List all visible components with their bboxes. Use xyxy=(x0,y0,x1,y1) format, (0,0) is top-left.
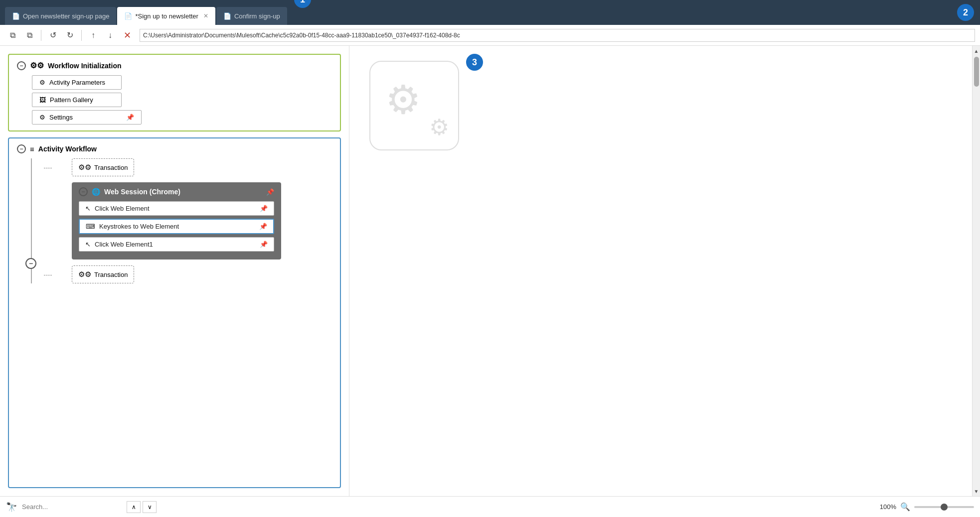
session-collapse-btn[interactable]: − xyxy=(79,187,88,196)
gear-icon-large: ⚙ xyxy=(385,77,421,123)
scroll-down-arrow[interactable]: ▼ xyxy=(973,486,980,496)
activity-workflow-title: Activity Workflow xyxy=(38,145,97,153)
tab-sign-up[interactable]: 📄 *Sign up to newsletter ✕ xyxy=(117,7,215,25)
tab-label-3: Confirm sign-up xyxy=(234,12,280,20)
zoom-search-icon: 🔍 xyxy=(900,502,910,512)
transaction-label-1: Transaction xyxy=(94,164,128,171)
activity-workflow-box: − ≡ Activity Workflow − xyxy=(8,137,341,488)
up-button[interactable]: ↑ xyxy=(86,28,101,42)
tab-icon-3: 📄 xyxy=(223,12,231,20)
copy-button[interactable]: ⧉ xyxy=(5,28,20,42)
transaction-icon-1: ⚙⚙ xyxy=(78,163,91,172)
nav-down-btn[interactable]: ∨ xyxy=(143,501,157,513)
activity-collapse-btn[interactable]: − xyxy=(17,144,26,153)
click-web-label-2: Click Web Element1 xyxy=(95,241,153,248)
workflow-init-box: − ⚙⚙ Workflow Initialization ⚙ Activity … xyxy=(8,54,341,131)
tab-icon-2: 📄 xyxy=(124,12,132,20)
transaction-box-1: ⚙⚙ Transaction xyxy=(72,158,134,176)
toolbar-separator-2 xyxy=(81,30,82,41)
bottom-bar: 🔭 ∧ ∨ 100% 🔍 xyxy=(0,496,980,517)
click-web-element-item[interactable]: ↖ Click Web Element 📌 xyxy=(79,201,274,216)
keystrokes-icon: ⌨ xyxy=(86,223,95,230)
path-input[interactable] xyxy=(140,29,975,42)
scroll-up-arrow[interactable]: ▲ xyxy=(973,46,980,56)
init-collapse-btn[interactable]: − xyxy=(17,61,26,70)
nav-up-btn[interactable]: ∧ xyxy=(127,501,141,513)
click-web-icon-1: ↖ xyxy=(85,205,91,212)
nav-arrows: ∧ ∨ xyxy=(127,501,157,513)
connector-circle[interactable]: − xyxy=(25,258,36,269)
tab-confirm[interactable]: 📄 Confirm sign-up xyxy=(216,7,287,25)
redo-button[interactable]: ↻ xyxy=(62,28,77,42)
settings-pin-icon: 📌 xyxy=(126,114,134,121)
pattern-gallery-label: Pattern Gallery xyxy=(50,96,93,104)
gear-container: ⚙ ⚙ 3 xyxy=(369,61,459,150)
scrollbar: ▲ ▼ xyxy=(972,46,980,496)
search-input[interactable] xyxy=(22,503,122,511)
settings-icon: ⚙ xyxy=(39,114,45,121)
tab-label-1: Open newsletter sign-up page xyxy=(23,12,109,20)
tab-bar: 1 2 📄 Open newsletter sign-up page 📄 *Si… xyxy=(0,0,980,25)
chrome-icon: 🌐 xyxy=(92,188,100,196)
scroll-thumb[interactable] xyxy=(974,57,979,87)
transaction-label-2: Transaction xyxy=(94,271,128,278)
pattern-gallery-icon: 🖼 xyxy=(39,96,46,104)
right-panel: ⚙ ⚙ 3 xyxy=(349,46,972,496)
pattern-gallery-btn[interactable]: 🖼 Pattern Gallery xyxy=(32,93,122,107)
gear-icon-small: ⚙ xyxy=(429,114,449,140)
tab-label-2: *Sign up to newsletter xyxy=(135,12,198,20)
keystrokes-web-element-item[interactable]: ⌨ Keystrokes to Web Element 📌 xyxy=(79,219,274,234)
transaction-box-2: ⚙⚙ Transaction xyxy=(72,265,134,283)
tab-open-newsletter[interactable]: 📄 Open newsletter sign-up page xyxy=(5,7,116,25)
main-area: − ⚙⚙ Workflow Initialization ⚙ Activity … xyxy=(0,46,980,496)
zoom-slider-thumb xyxy=(941,504,948,511)
init-title: Workflow Initialization xyxy=(48,62,122,70)
badge-1: 1 xyxy=(294,0,311,8)
keystrokes-label: Keystrokes to Web Element xyxy=(99,223,179,230)
click-web-element1-item[interactable]: ↖ Click Web Element1 📌 xyxy=(79,237,274,252)
down-button[interactable]: ↓ xyxy=(103,28,118,42)
keystrokes-pin: 📌 xyxy=(259,223,267,230)
toolbar-separator-1 xyxy=(41,30,41,41)
close-button[interactable]: ✕ xyxy=(120,28,135,42)
zoom-slider[interactable] xyxy=(914,506,974,508)
click-web-label-1: Click Web Element xyxy=(95,205,150,212)
zoom-label: 100% xyxy=(880,503,896,511)
activity-workflow-icon: ≡ xyxy=(30,145,34,153)
init-icon: ⚙⚙ xyxy=(30,61,44,70)
copy2-button[interactable]: ⧉ xyxy=(22,28,37,42)
workflow-panel: − ⚙⚙ Workflow Initialization ⚙ Activity … xyxy=(0,46,349,496)
settings-label: Settings xyxy=(49,114,73,121)
badge-3: 3 xyxy=(466,54,483,71)
session-header: − 🌐 Web Session (Chrome) 📌 xyxy=(79,187,274,196)
session-pin-icon: 📌 xyxy=(266,188,274,196)
click-web-pin-2: 📌 xyxy=(260,241,268,248)
transaction-icon-2: ⚙⚙ xyxy=(78,270,91,279)
settings-btn[interactable]: ⚙ Settings 📌 xyxy=(32,110,142,125)
click-web-icon-2: ↖ xyxy=(85,241,91,248)
activity-params-label: Activity Parameters xyxy=(49,79,105,86)
tab-close-button[interactable]: ✕ xyxy=(203,12,208,19)
toolbar: ⧉ ⧉ ↺ ↻ ↑ ↓ ✕ xyxy=(0,25,980,46)
binoculars-icon: 🔭 xyxy=(6,502,17,513)
activity-header: − ≡ Activity Workflow xyxy=(17,144,332,153)
tab-icon-1: 📄 xyxy=(12,12,20,20)
click-web-pin-1: 📌 xyxy=(260,205,268,212)
web-session-box: − 🌐 Web Session (Chrome) 📌 ↖ C xyxy=(72,182,281,259)
badge-2: 2 xyxy=(957,4,974,21)
zoom-area: 100% 🔍 xyxy=(880,502,974,512)
session-title: Web Session (Chrome) xyxy=(104,188,180,196)
init-header: − ⚙⚙ Workflow Initialization xyxy=(17,61,332,70)
activity-parameters-btn[interactable]: ⚙ Activity Parameters xyxy=(32,75,122,90)
undo-button[interactable]: ↺ xyxy=(45,28,60,42)
activity-params-icon: ⚙ xyxy=(39,79,45,86)
